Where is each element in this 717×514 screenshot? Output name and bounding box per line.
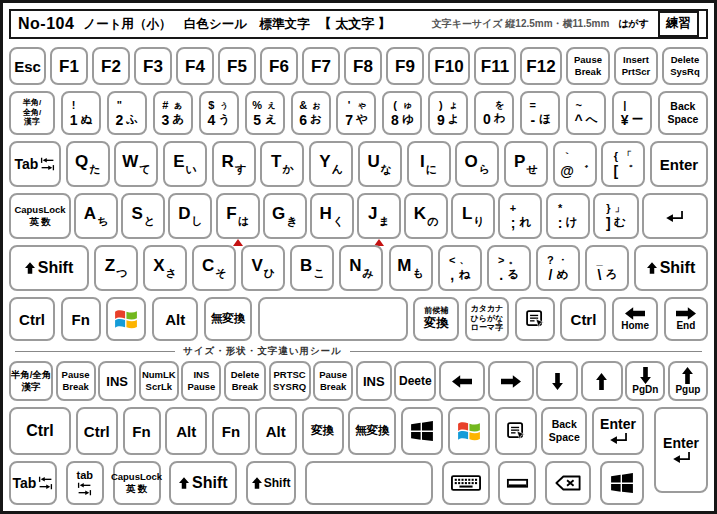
key-1[interactable]: !1ぬ — [61, 91, 101, 135]
key-enter[interactable]: Enter — [650, 141, 708, 187]
key-z[interactable]: Zつ — [94, 245, 138, 291]
key-numlk-scrlk[interactable]: NumLKScrLk — [139, 361, 179, 401]
key-ctrl-left[interactable]: Ctrl — [9, 297, 55, 341]
key-pgdn[interactable]: PgDn — [625, 361, 665, 401]
key-f6[interactable]: F6 — [260, 47, 298, 85]
key-katakana-hiragana[interactable]: カタカナひらがなローマ字 — [465, 297, 509, 341]
key-f1[interactable]: F1 — [50, 47, 88, 85]
key-x[interactable]: Xさ — [143, 245, 187, 291]
key-f[interactable]: Fは — [216, 193, 260, 239]
key-muhenkan[interactable]: 無変換 — [204, 297, 252, 341]
key-minimize[interactable] — [498, 461, 536, 505]
key-3[interactable]: #ぁ3あ — [153, 91, 193, 135]
key-backspace-2[interactable]: BackSpace — [541, 407, 587, 455]
key-shift-right[interactable]: Shift — [634, 245, 708, 291]
key-d[interactable]: Dし — [168, 193, 212, 239]
key-fn-3[interactable]: Fn — [212, 407, 250, 455]
key-period[interactable]: >。.る — [487, 245, 531, 291]
key-fn-2[interactable]: Fn — [123, 407, 161, 455]
key-caret[interactable]: ~^へ — [566, 91, 606, 135]
key-v[interactable]: Vひ — [241, 245, 285, 291]
key-t[interactable]: Tか — [260, 141, 304, 187]
key-tab-small[interactable]: tab — [66, 461, 104, 505]
key-shift-wide[interactable]: Shift — [169, 461, 237, 505]
key-5[interactable]: %ぇ5え — [245, 91, 285, 135]
key-g[interactable]: Gき — [263, 193, 307, 239]
key-ins-2[interactable]: INS — [356, 361, 392, 401]
key-enter-tall[interactable]: Enter — [654, 407, 708, 493]
key-menu-2[interactable] — [495, 407, 537, 455]
key-0[interactable]: を0わ — [474, 91, 514, 135]
key-prtsc-sysrq[interactable]: PRTSCSYSRQ — [269, 361, 311, 401]
key-pause-break-3[interactable]: PauseBreak — [313, 361, 353, 401]
key-pause-break[interactable]: PauseBreak — [566, 47, 610, 85]
key-bracket-left[interactable]: {「[゜ — [601, 141, 645, 187]
key-y[interactable]: Yん — [309, 141, 353, 187]
key-alt-3[interactable]: Alt — [255, 407, 297, 455]
key-insert-prtscr[interactable]: InsertPrtScr — [614, 47, 658, 85]
key-henkan[interactable]: 前候補変換 — [413, 297, 459, 341]
key-bracket-right[interactable]: }」]む — [593, 193, 639, 239]
key-f3[interactable]: F3 — [134, 47, 172, 85]
key-tab-2[interactable]: Tab — [9, 461, 57, 505]
key-enter-iso[interactable] — [642, 193, 708, 239]
key-f12[interactable]: F12 — [520, 47, 562, 85]
key-f7[interactable]: F7 — [302, 47, 340, 85]
key-l[interactable]: Lり — [451, 193, 495, 239]
key-o[interactable]: Oら — [455, 141, 499, 187]
key-end[interactable]: End — [664, 297, 708, 341]
key-2[interactable]: "2ふ — [107, 91, 147, 135]
key-b[interactable]: Bこ — [290, 245, 334, 291]
key-a[interactable]: Aち — [74, 193, 118, 239]
key-esc[interactable]: Esc — [9, 47, 46, 85]
key-backspace-icon[interactable] — [545, 461, 591, 505]
key-windows-color[interactable] — [448, 407, 490, 455]
key-s[interactable]: Sと — [121, 193, 165, 239]
key-comma[interactable]: <、,ね — [438, 245, 482, 291]
key-ins-pause[interactable]: INSPause — [181, 361, 221, 401]
key-home[interactable]: Home — [612, 297, 658, 341]
key-j[interactable]: Jま — [357, 193, 401, 239]
key-pgup[interactable]: Pgup — [668, 361, 708, 401]
key-i[interactable]: Iに — [407, 141, 451, 187]
key-delete-small[interactable]: Deete — [394, 361, 436, 401]
key-capslock[interactable]: CapusLock英 数 — [9, 193, 71, 239]
key-f2[interactable]: F2 — [92, 47, 130, 85]
key-pause-break-2[interactable]: PauseBreak — [56, 361, 96, 401]
key-f8[interactable]: F8 — [344, 47, 382, 85]
key-menu[interactable] — [515, 297, 555, 341]
key-muhenkan-2[interactable]: 無変換 — [348, 407, 396, 455]
key-slash[interactable]: ?・/め — [536, 245, 580, 291]
key-backspace[interactable]: BackSpace — [658, 91, 708, 135]
key-k[interactable]: Kの — [404, 193, 448, 239]
key-f9[interactable]: F9 — [386, 47, 424, 85]
key-shift-left[interactable]: Shift — [9, 245, 89, 291]
key-9[interactable]: )ょ9よ — [428, 91, 468, 135]
key-7[interactable]: 'ゃ7や — [336, 91, 376, 135]
key-f10[interactable]: F10 — [428, 47, 470, 85]
key-semicolon[interactable]: +;れ — [498, 193, 542, 239]
key-keyboard[interactable] — [442, 461, 490, 505]
key-4[interactable]: $ぅ4う — [199, 91, 239, 135]
key-delete-sysrq[interactable]: DeleteSysRq — [662, 47, 708, 85]
key-8[interactable]: (ゅ8ゆ — [382, 91, 422, 135]
key-f4[interactable]: F4 — [176, 47, 214, 85]
key-fn[interactable]: Fn — [61, 297, 101, 341]
key-hankaku-zenkaku-2[interactable]: 半角/全角漢字 — [9, 361, 53, 401]
key-r[interactable]: Rす — [212, 141, 256, 187]
key-hankaku-zenkaku[interactable]: 半角/全角/漢字 — [9, 91, 55, 135]
key-arrow-left[interactable] — [439, 361, 485, 401]
key-blank[interactable] — [305, 461, 433, 505]
key-f11[interactable]: F11 — [474, 47, 516, 85]
key-h[interactable]: Hく — [310, 193, 354, 239]
key-u[interactable]: Uな — [358, 141, 402, 187]
key-f5[interactable]: F5 — [218, 47, 256, 85]
key-henkan-2[interactable]: 変換 — [302, 407, 344, 455]
key-p[interactable]: Pせ — [504, 141, 548, 187]
key-windows-black-2[interactable] — [600, 461, 644, 505]
key-n[interactable]: Nみ — [339, 245, 383, 291]
key-windows[interactable] — [106, 297, 146, 341]
key-space[interactable] — [258, 297, 408, 341]
key-e[interactable]: Eい — [163, 141, 207, 187]
key-q[interactable]: Qた — [66, 141, 110, 187]
